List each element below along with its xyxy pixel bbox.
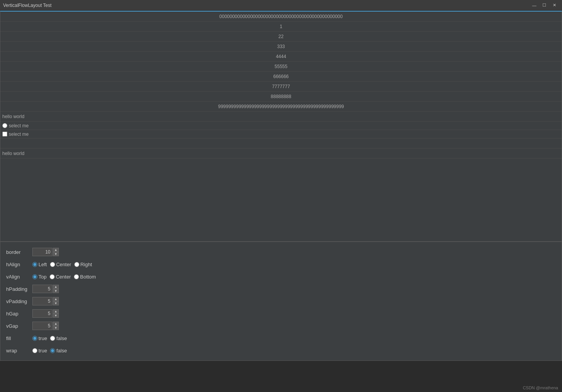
empty-row xyxy=(0,138,562,148)
hgap-control: hGap ▲ ▼ xyxy=(6,307,281,320)
vpadding-spin-down[interactable]: ▼ xyxy=(53,301,59,305)
radio-input[interactable] xyxy=(2,123,7,128)
vgap-spinbox-wrapper: ▲ ▼ xyxy=(32,322,59,330)
wrap-false-radio[interactable] xyxy=(50,348,55,353)
hello-world-text-2: hello world xyxy=(2,151,24,156)
row-8: 88888888 xyxy=(0,92,562,102)
vgap-spin-down[interactable]: ▼ xyxy=(53,326,59,330)
border-spinbox-wrapper: ▲ ▼ xyxy=(32,248,59,256)
vpadding-spinbox[interactable] xyxy=(32,297,52,305)
hello-world-label-1: hello world xyxy=(0,112,562,122)
hpadding-spinbox-wrapper: ▲ ▼ xyxy=(32,285,59,293)
row-3-text: 333 xyxy=(277,44,285,49)
hgap-spin-up[interactable]: ▲ xyxy=(53,309,59,314)
row-0: 0000000000000000000000000000000000000000… xyxy=(0,12,562,22)
hgap-label: hGap xyxy=(6,311,29,317)
vgap-spinbox[interactable] xyxy=(32,322,52,330)
border-spin-down[interactable]: ▼ xyxy=(53,252,59,256)
fill-false-option[interactable]: false xyxy=(50,335,67,341)
hpadding-spinbox[interactable] xyxy=(32,285,52,293)
valign-bottom-label: Bottom xyxy=(80,274,96,280)
row-6-text: 666666 xyxy=(273,74,289,79)
hpadding-spin-arrows: ▲ ▼ xyxy=(53,285,59,293)
fill-true-option[interactable]: true xyxy=(32,335,47,341)
wrap-true-option[interactable]: true xyxy=(32,348,47,354)
checkbox-input[interactable] xyxy=(2,132,7,137)
valign-center-option[interactable]: Center xyxy=(50,274,71,280)
valign-top-option[interactable]: Top xyxy=(32,274,47,280)
row-2: 22 xyxy=(0,32,562,42)
halign-left-label: Left xyxy=(38,262,47,267)
vgap-label: vGap xyxy=(6,323,29,329)
footer-credit: CSDN @mrathena xyxy=(523,385,558,390)
valign-control: vAlign Top Center Bottom xyxy=(6,270,281,283)
wrap-false-label: false xyxy=(56,348,67,354)
fill-false-radio[interactable] xyxy=(50,336,55,341)
hgap-spin-down[interactable]: ▼ xyxy=(53,314,59,318)
fill-true-label: true xyxy=(38,335,47,341)
main-area: 0000000000000000000000000000000000000000… xyxy=(0,11,562,361)
halign-left-option[interactable]: Left xyxy=(32,262,47,267)
border-spin-arrows: ▲ ▼ xyxy=(53,248,59,256)
minimize-button[interactable]: — xyxy=(530,2,539,9)
hello-world-text-1: hello world xyxy=(2,114,24,119)
wrap-true-label: true xyxy=(38,348,47,354)
window-controls: — ☐ ✕ xyxy=(530,2,559,9)
preview-panel: 0000000000000000000000000000000000000000… xyxy=(0,12,562,242)
border-spinbox[interactable] xyxy=(32,248,52,256)
row-5: 55555 xyxy=(0,62,562,72)
row-2-text: 22 xyxy=(278,34,283,39)
hpadding-spin-up[interactable]: ▲ xyxy=(53,285,59,289)
fill-true-radio[interactable] xyxy=(32,336,37,341)
fill-label: fill xyxy=(6,335,29,341)
wrap-true-radio[interactable] xyxy=(32,348,37,353)
valign-label: vAlign xyxy=(6,274,29,280)
valign-top-label: Top xyxy=(38,274,47,280)
hello-world-label-2: hello world xyxy=(0,148,562,158)
row-7-text: 7777777 xyxy=(272,84,290,89)
row-4: 4444 xyxy=(0,52,562,62)
wrap-label: wrap xyxy=(6,348,29,354)
hpadding-control: hPadding ▲ ▼ xyxy=(6,283,281,295)
checkbox-label: select me xyxy=(9,132,28,137)
close-button[interactable]: ✕ xyxy=(550,2,559,9)
maximize-button[interactable]: ☐ xyxy=(540,2,549,9)
window-title: VerticalFlowLayout Test xyxy=(3,3,52,8)
vpadding-spinbox-wrapper: ▲ ▼ xyxy=(32,297,59,305)
halign-right-label: Right xyxy=(80,262,92,267)
fill-control: fill true false xyxy=(6,332,281,344)
vpadding-label: vPadding xyxy=(6,299,29,304)
hpadding-spin-down[interactable]: ▼ xyxy=(53,289,59,293)
vgap-spin-up[interactable]: ▲ xyxy=(53,322,59,326)
controls-panel: border ▲ ▼ hAlign Left Center xyxy=(0,242,562,360)
vpadding-spin-up[interactable]: ▲ xyxy=(53,297,59,301)
valign-bottom-radio[interactable] xyxy=(74,274,79,279)
halign-center-option[interactable]: Center xyxy=(50,262,71,267)
border-control: border ▲ ▼ xyxy=(6,246,281,258)
radio-label: select me xyxy=(9,123,28,128)
valign-bottom-option[interactable]: Bottom xyxy=(74,274,96,280)
checkbox-select-me: select me xyxy=(0,130,562,138)
halign-right-radio[interactable] xyxy=(74,262,79,267)
valign-center-radio[interactable] xyxy=(50,274,55,279)
row-8-text: 88888888 xyxy=(271,94,291,99)
halign-control: hAlign Left Center Right xyxy=(6,258,281,270)
hgap-spin-arrows: ▲ ▼ xyxy=(53,309,59,318)
vpadding-control: vPadding ▲ ▼ xyxy=(6,295,281,307)
hpadding-label: hPadding xyxy=(6,286,29,292)
vgap-control: vGap ▲ ▼ xyxy=(6,320,281,332)
vgap-spin-arrows: ▲ ▼ xyxy=(53,322,59,330)
halign-left-radio[interactable] xyxy=(32,262,37,267)
row-1: 1 xyxy=(0,22,562,32)
hgap-spinbox[interactable] xyxy=(32,309,52,318)
border-spin-up[interactable]: ▲ xyxy=(53,248,59,252)
wrap-control: wrap true false xyxy=(6,344,281,357)
valign-top-radio[interactable] xyxy=(32,274,37,279)
row-6: 666666 xyxy=(0,72,562,82)
halign-right-option[interactable]: Right xyxy=(74,262,92,267)
wrap-false-option[interactable]: false xyxy=(50,348,67,354)
row-7: 7777777 xyxy=(0,82,562,92)
halign-center-radio[interactable] xyxy=(50,262,55,267)
row-1-text: 1 xyxy=(280,24,283,29)
fill-false-label: false xyxy=(56,335,67,341)
